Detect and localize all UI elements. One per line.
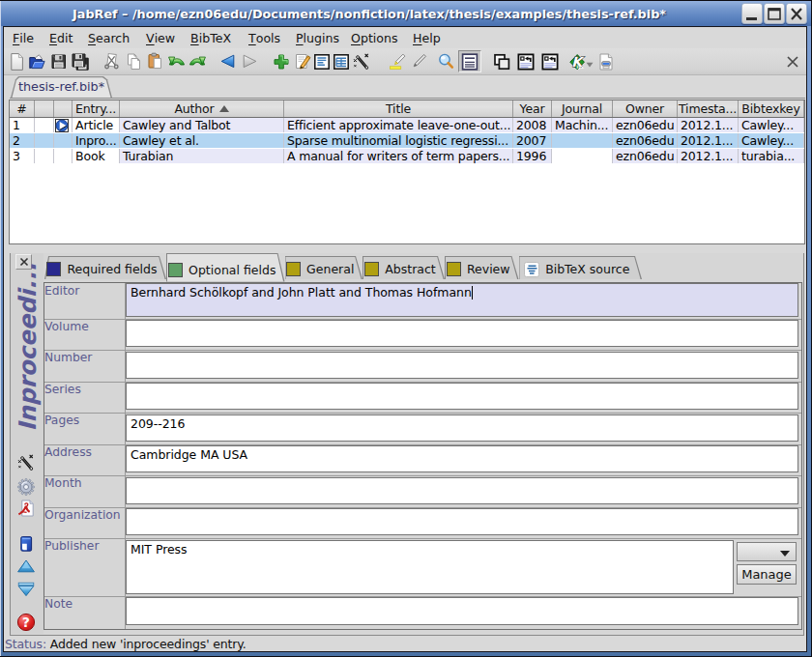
cell-owner[interactable]: ezn06edu [613,133,678,148]
undo-icon[interactable] [167,52,187,71]
column-header-owner[interactable]: Owner [613,100,678,117]
menu-tools[interactable]: Tools [248,27,280,48]
copy-key-icon[interactable] [492,52,511,71]
save-database-icon[interactable] [49,52,69,71]
cell-owner[interactable]: ezn06edu [613,118,678,132]
cell-#[interactable]: 2 [10,133,35,148]
gear-icon[interactable] [16,477,36,497]
field-input-pages[interactable]: 209--216 [126,414,798,442]
table-row-1[interactable]: 1ArticleCawley and TalbotEfficient appro… [10,118,804,133]
title-bar[interactable]: JabRef – /home/ezn06edu/Documents/nonfic… [1,1,811,26]
field-input-publisher[interactable]: MIT Press [126,540,734,594]
close-button[interactable] [786,3,807,24]
column-header-bibtexkey[interactable]: Bibtexkey [739,100,804,117]
search-icon[interactable] [437,52,456,71]
edit-preamble-icon[interactable] [312,52,332,71]
cell-icon[interactable] [54,133,72,148]
cell-year[interactable]: 2008 [513,118,552,132]
push-to-winedt-icon[interactable] [516,52,536,71]
wand-icon[interactable] [352,52,371,71]
editor-tab-required-fields[interactable]: Required fields [44,256,166,279]
menu-bibtex[interactable]: BibTeX [190,27,231,48]
mark-entries-icon[interactable] [388,52,407,71]
cell-author[interactable]: Turabian [120,149,284,163]
close-toolbar-icon[interactable] [783,52,802,71]
cell-journal[interactable] [552,133,613,148]
column-header-icon[interactable] [54,100,72,117]
menu-help[interactable]: Help [413,27,441,48]
column-header-timesta[interactable]: Timesta... [678,100,739,117]
file-tab[interactable]: thesis-ref.bib* [11,76,112,98]
column-header-year[interactable]: Year [513,100,552,117]
push-to-emacs-icon[interactable] [540,52,560,71]
menu-options[interactable]: Options [351,27,398,48]
cell-title[interactable]: Efficient approximate leave-one-out... [284,118,513,132]
copy-icon[interactable] [125,52,144,71]
cell-#[interactable]: 3 [10,149,35,163]
publisher-combobox[interactable] [737,542,797,561]
editor-tab-bibtex-source[interactable]: BibTeX source [519,256,643,279]
editor-tab-review[interactable]: Review [445,256,519,279]
cell-bibtexkey[interactable]: turabia... [739,149,804,163]
cell-icon[interactable] [35,149,54,163]
menu-plugins[interactable]: Plugins [296,27,339,48]
unmark-entries-icon[interactable] [409,52,428,71]
cell-icon[interactable] [35,118,54,132]
back-icon[interactable] [218,52,238,71]
cell-bibtexkey[interactable]: Cawley... [739,118,804,132]
editor-tab-general[interactable]: General [285,256,363,279]
cell-icon[interactable] [54,118,72,132]
minimize-button[interactable] [741,3,763,24]
edit-strings-icon[interactable] [332,52,351,71]
cell-entry[interactable]: Article [72,118,120,132]
menu-file[interactable]: File [13,27,34,48]
cell-author[interactable]: Cawley et al. [120,133,284,148]
cell-#[interactable]: 1 [10,118,35,132]
wand-icon[interactable] [16,453,36,472]
cell-timesta[interactable]: 2012.1... [678,149,739,163]
field-input-address[interactable]: Cambridge MA USA [126,445,798,472]
field-input-organization[interactable] [126,508,798,535]
table-row-3[interactable]: 3BookTurabianA manual for writers of ter… [10,149,804,164]
field-input-volume[interactable] [126,320,798,347]
column-header-#[interactable]: # [10,100,35,117]
cell-title[interactable]: A manual for writers of term papers... [284,149,513,163]
manage-button[interactable]: Manage [737,564,797,585]
cell-bibtexkey[interactable]: Cawley... [739,133,804,148]
new-database-icon[interactable] [8,52,27,71]
field-input-note[interactable] [126,597,798,625]
cell-entry[interactable]: Book [72,149,120,163]
pdf-icon[interactable] [16,499,36,518]
column-header-entry[interactable]: Entry... [72,100,120,117]
field-input-editor[interactable]: Bernhard Schölkopf and John Platt and Th… [126,283,798,317]
field-input-series[interactable] [126,383,798,410]
field-input-month[interactable] [126,477,798,504]
menu-edit[interactable]: Edit [49,27,72,48]
cell-journal[interactable]: Machin... [552,118,613,132]
save-all-icon[interactable] [71,52,90,71]
cell-year[interactable]: 2007 [513,133,552,148]
menu-search[interactable]: Search [88,27,130,48]
redo-icon[interactable] [188,52,207,71]
edit-entry-icon[interactable] [293,52,312,71]
editor-tab-optional-fields[interactable]: Optional fields [166,253,285,282]
maximize-button[interactable] [764,3,785,24]
toggle-preview-button[interactable] [458,50,481,72]
column-header-title[interactable]: Title [284,100,513,117]
cell-owner[interactable]: ezn06edu [613,149,678,163]
cut-icon[interactable] [102,52,122,71]
help-icon[interactable]: ? [16,613,36,632]
column-header-author[interactable]: Author [120,100,284,117]
cell-icon[interactable] [35,133,54,148]
paste-icon[interactable] [146,52,165,71]
book-icon[interactable] [16,534,36,554]
column-header-icon[interactable] [35,100,54,117]
cell-author[interactable]: Cawley and Talbot [120,118,284,132]
open-console-icon[interactable] [596,52,616,71]
cell-timesta[interactable]: 2012.1... [678,118,739,132]
cell-icon[interactable] [54,149,72,163]
table-row-2[interactable]: 2Inpro...Cawley et al.Sparse multinomial… [10,133,804,149]
editor-tab-abstract[interactable]: Abstract [362,256,445,279]
cell-timesta[interactable]: 2012.1... [678,133,739,148]
lyx-dropdown-icon[interactable] [583,55,596,74]
